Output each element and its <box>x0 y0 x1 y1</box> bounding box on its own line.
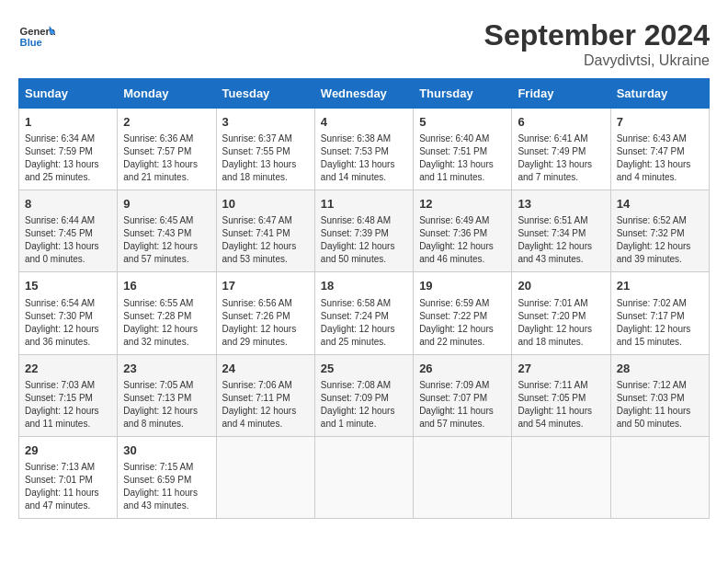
calendar-week-row: 8Sunrise: 6:44 AM Sunset: 7:45 PM Daylig… <box>19 190 710 272</box>
day-info: Sunrise: 6:43 AM Sunset: 7:47 PM Dayligh… <box>617 132 703 184</box>
calendar-cell: 12Sunrise: 6:49 AM Sunset: 7:36 PM Dayli… <box>414 190 512 272</box>
day-info: Sunrise: 6:58 AM Sunset: 7:24 PM Dayligh… <box>321 297 407 349</box>
day-number: 30 <box>123 442 210 459</box>
calendar-cell: 2Sunrise: 6:36 AM Sunset: 7:57 PM Daylig… <box>118 109 216 190</box>
logo: General Blue <box>18 18 55 55</box>
calendar-cell: 11Sunrise: 6:48 AM Sunset: 7:39 PM Dayli… <box>314 190 413 272</box>
logo-icon: General Blue <box>18 18 55 55</box>
day-info: Sunrise: 7:09 AM Sunset: 7:07 PM Dayligh… <box>419 379 506 431</box>
header-monday: Monday <box>118 79 216 109</box>
header-saturday: Saturday <box>610 79 709 109</box>
day-number: 21 <box>617 278 703 294</box>
header-tuesday: Tuesday <box>216 79 314 109</box>
location-subtitle: Davydivtsi, Ukraine <box>484 52 710 69</box>
calendar-cell: 26Sunrise: 7:09 AM Sunset: 7:07 PM Dayli… <box>414 354 512 436</box>
calendar-week-row: 15Sunrise: 6:54 AM Sunset: 7:30 PM Dayli… <box>19 272 710 354</box>
day-info: Sunrise: 6:56 AM Sunset: 7:26 PM Dayligh… <box>222 297 309 349</box>
calendar-cell: 28Sunrise: 7:12 AM Sunset: 7:03 PM Dayli… <box>610 354 709 436</box>
calendar-cell: 29Sunrise: 7:13 AM Sunset: 7:01 PM Dayli… <box>19 436 118 518</box>
calendar-cell: 14Sunrise: 6:52 AM Sunset: 7:32 PM Dayli… <box>610 190 709 272</box>
calendar-cell: 13Sunrise: 6:51 AM Sunset: 7:34 PM Dayli… <box>512 190 610 272</box>
day-number: 10 <box>222 196 309 213</box>
day-info: Sunrise: 7:03 AM Sunset: 7:15 PM Dayligh… <box>25 379 111 431</box>
day-info: Sunrise: 7:11 AM Sunset: 7:05 PM Dayligh… <box>518 379 604 431</box>
day-number: 28 <box>617 361 703 377</box>
day-number: 3 <box>222 114 309 131</box>
calendar-cell: 15Sunrise: 6:54 AM Sunset: 7:30 PM Dayli… <box>19 272 118 354</box>
calendar-cell: 22Sunrise: 7:03 AM Sunset: 7:15 PM Dayli… <box>19 354 118 436</box>
day-info: Sunrise: 6:37 AM Sunset: 7:55 PM Dayligh… <box>222 132 309 184</box>
day-info: Sunrise: 6:40 AM Sunset: 7:51 PM Dayligh… <box>419 132 506 184</box>
day-info: Sunrise: 6:45 AM Sunset: 7:43 PM Dayligh… <box>123 214 210 266</box>
svg-text:Blue: Blue <box>20 37 42 48</box>
day-info: Sunrise: 7:02 AM Sunset: 7:17 PM Dayligh… <box>617 297 703 349</box>
calendar-cell <box>512 436 610 518</box>
day-info: Sunrise: 6:47 AM Sunset: 7:41 PM Dayligh… <box>222 214 309 266</box>
calendar-cell: 6Sunrise: 6:41 AM Sunset: 7:49 PM Daylig… <box>512 109 610 190</box>
calendar-cell: 30Sunrise: 7:15 AM Sunset: 6:59 PM Dayli… <box>118 436 216 518</box>
day-info: Sunrise: 6:36 AM Sunset: 7:57 PM Dayligh… <box>123 132 210 184</box>
day-number: 29 <box>25 442 111 459</box>
day-info: Sunrise: 6:59 AM Sunset: 7:22 PM Dayligh… <box>419 297 506 349</box>
calendar-cell: 20Sunrise: 7:01 AM Sunset: 7:20 PM Dayli… <box>512 272 610 354</box>
day-info: Sunrise: 7:13 AM Sunset: 7:01 PM Dayligh… <box>25 461 111 512</box>
calendar-cell: 7Sunrise: 6:43 AM Sunset: 7:47 PM Daylig… <box>610 109 709 190</box>
header-thursday: Thursday <box>414 79 512 109</box>
day-info: Sunrise: 6:34 AM Sunset: 7:59 PM Dayligh… <box>25 132 111 184</box>
day-info: Sunrise: 7:12 AM Sunset: 7:03 PM Dayligh… <box>617 379 703 431</box>
day-info: Sunrise: 6:51 AM Sunset: 7:34 PM Dayligh… <box>518 214 604 266</box>
day-info: Sunrise: 7:15 AM Sunset: 6:59 PM Dayligh… <box>123 461 210 512</box>
day-number: 5 <box>419 114 506 131</box>
day-info: Sunrise: 6:54 AM Sunset: 7:30 PM Dayligh… <box>25 297 111 349</box>
calendar-cell: 4Sunrise: 6:38 AM Sunset: 7:53 PM Daylig… <box>314 109 413 190</box>
day-number: 23 <box>123 361 210 377</box>
calendar-cell: 3Sunrise: 6:37 AM Sunset: 7:55 PM Daylig… <box>216 109 314 190</box>
day-number: 15 <box>25 278 111 294</box>
day-number: 27 <box>518 361 604 377</box>
header-wednesday: Wednesday <box>314 79 413 109</box>
day-number: 4 <box>321 114 407 131</box>
calendar-cell: 24Sunrise: 7:06 AM Sunset: 7:11 PM Dayli… <box>216 354 314 436</box>
day-info: Sunrise: 6:44 AM Sunset: 7:45 PM Dayligh… <box>25 214 111 266</box>
calendar-cell <box>610 436 709 518</box>
calendar-cell: 9Sunrise: 6:45 AM Sunset: 7:43 PM Daylig… <box>118 190 216 272</box>
day-number: 22 <box>25 361 111 377</box>
day-number: 6 <box>518 114 604 131</box>
day-number: 19 <box>419 278 506 294</box>
day-info: Sunrise: 7:01 AM Sunset: 7:20 PM Dayligh… <box>518 297 604 349</box>
day-number: 16 <box>123 278 210 294</box>
weekday-header-row: Sunday Monday Tuesday Wednesday Thursday… <box>19 79 710 109</box>
calendar-cell: 21Sunrise: 7:02 AM Sunset: 7:17 PM Dayli… <box>610 272 709 354</box>
day-number: 2 <box>123 114 210 131</box>
day-info: Sunrise: 6:48 AM Sunset: 7:39 PM Dayligh… <box>321 214 407 266</box>
calendar-cell: 10Sunrise: 6:47 AM Sunset: 7:41 PM Dayli… <box>216 190 314 272</box>
header-friday: Friday <box>512 79 610 109</box>
day-info: Sunrise: 7:08 AM Sunset: 7:09 PM Dayligh… <box>321 379 407 431</box>
day-number: 13 <box>518 196 604 213</box>
day-number: 9 <box>123 196 210 213</box>
calendar-cell: 27Sunrise: 7:11 AM Sunset: 7:05 PM Dayli… <box>512 354 610 436</box>
calendar-cell <box>414 436 512 518</box>
calendar-cell: 17Sunrise: 6:56 AM Sunset: 7:26 PM Dayli… <box>216 272 314 354</box>
day-info: Sunrise: 6:49 AM Sunset: 7:36 PM Dayligh… <box>419 214 506 266</box>
calendar-cell: 23Sunrise: 7:05 AM Sunset: 7:13 PM Dayli… <box>118 354 216 436</box>
calendar-cell: 1Sunrise: 6:34 AM Sunset: 7:59 PM Daylig… <box>19 109 118 190</box>
day-number: 11 <box>321 196 407 213</box>
calendar-table: Sunday Monday Tuesday Wednesday Thursday… <box>18 78 710 519</box>
day-number: 25 <box>321 361 407 377</box>
calendar-cell: 16Sunrise: 6:55 AM Sunset: 7:28 PM Dayli… <box>118 272 216 354</box>
calendar-cell: 25Sunrise: 7:08 AM Sunset: 7:09 PM Dayli… <box>314 354 413 436</box>
day-number: 12 <box>419 196 506 213</box>
calendar-cell: 18Sunrise: 6:58 AM Sunset: 7:24 PM Dayli… <box>314 272 413 354</box>
title-block: September 2024 Davydivtsi, Ukraine <box>484 18 710 69</box>
day-number: 17 <box>222 278 309 294</box>
day-number: 26 <box>419 361 506 377</box>
calendar-cell: 5Sunrise: 6:40 AM Sunset: 7:51 PM Daylig… <box>414 109 512 190</box>
page-header: General Blue September 2024 Davydivtsi, … <box>18 18 710 69</box>
day-info: Sunrise: 6:55 AM Sunset: 7:28 PM Dayligh… <box>123 297 210 349</box>
calendar-cell: 8Sunrise: 6:44 AM Sunset: 7:45 PM Daylig… <box>19 190 118 272</box>
day-info: Sunrise: 6:52 AM Sunset: 7:32 PM Dayligh… <box>617 214 703 266</box>
calendar-week-row: 1Sunrise: 6:34 AM Sunset: 7:59 PM Daylig… <box>19 109 710 190</box>
day-number: 24 <box>222 361 309 377</box>
day-number: 7 <box>617 114 703 131</box>
